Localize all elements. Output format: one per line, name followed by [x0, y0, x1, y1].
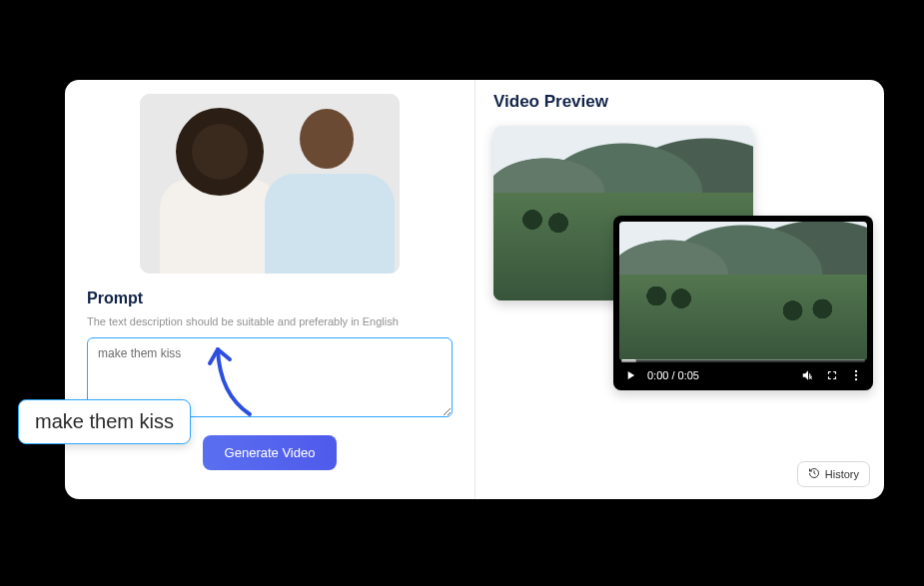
play-icon[interactable]: [623, 368, 637, 382]
video-time: 0:00 / 0:05: [647, 369, 699, 381]
preview-video-player[interactable]: 0:00 / 0:05: [613, 216, 873, 390]
fullscreen-icon[interactable]: [825, 368, 839, 382]
mute-icon[interactable]: [801, 368, 815, 382]
svg-point-2: [855, 378, 857, 380]
prompt-title: Prompt: [87, 290, 453, 307]
more-icon[interactable]: [849, 368, 863, 382]
history-button[interactable]: History: [797, 461, 870, 487]
prompt-hint: The text description should be suitable …: [87, 315, 453, 327]
annotation-callout: make them kiss: [18, 399, 191, 444]
generate-video-button[interactable]: Generate Video: [203, 435, 338, 470]
preview-title: Video Preview: [493, 92, 866, 112]
video-controls: 0:00 / 0:05: [613, 360, 873, 390]
svg-point-1: [855, 374, 857, 376]
svg-point-0: [855, 370, 857, 372]
preview-pane: Video Preview 0:00 / 0:05: [474, 80, 884, 499]
input-image[interactable]: [140, 94, 400, 274]
history-icon: [808, 467, 820, 481]
history-label: History: [825, 468, 859, 480]
preview-stack: 0:00 / 0:05: [493, 126, 866, 405]
